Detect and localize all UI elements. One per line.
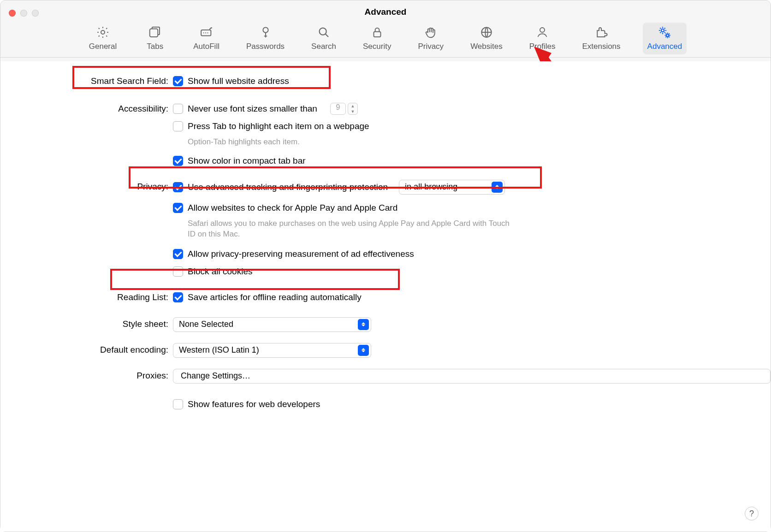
tab-label: Privacy bbox=[418, 42, 444, 51]
tab-label: Passwords bbox=[246, 42, 285, 51]
checkbox-label: Allow websites to check for Apple Pay an… bbox=[188, 203, 397, 213]
checkbox-ad-measure[interactable] bbox=[173, 249, 183, 259]
checkbox-save-offline[interactable] bbox=[173, 292, 183, 302]
content-area: Smart Search Field: Show full website ad… bbox=[0, 61, 771, 532]
tab-label: Tabs bbox=[147, 42, 163, 51]
tab-search[interactable]: Search bbox=[307, 23, 341, 54]
lock-icon bbox=[369, 24, 385, 40]
popup-style-sheet[interactable]: None Selected bbox=[173, 317, 371, 332]
tabs-icon bbox=[147, 24, 163, 40]
label-smart-search: Smart Search Field: bbox=[0, 74, 173, 86]
svg-point-0 bbox=[101, 30, 105, 34]
gears-icon bbox=[657, 24, 672, 40]
tab-privacy[interactable]: Privacy bbox=[413, 23, 448, 54]
checkbox-adv-tracking[interactable] bbox=[173, 182, 183, 192]
tab-label: General bbox=[89, 42, 117, 51]
label-privacy: Privacy: bbox=[0, 180, 173, 192]
tab-extensions[interactable]: Extensions bbox=[577, 23, 625, 54]
help-button[interactable]: ? bbox=[745, 507, 759, 520]
svg-rect-1 bbox=[150, 29, 158, 37]
min-font-stepper[interactable]: ▲▼ bbox=[348, 103, 358, 115]
tab-label: Security bbox=[363, 42, 391, 51]
tab-autofill[interactable]: AutoFill bbox=[189, 23, 224, 54]
popup-value: in all browsing bbox=[405, 182, 457, 192]
tab-label: AutoFill bbox=[193, 42, 219, 51]
checkbox-label: Show full website address bbox=[188, 76, 289, 86]
svg-point-3 bbox=[203, 32, 204, 33]
checkbox-label: Allow privacy-preserving measurement of … bbox=[188, 249, 414, 259]
svg-point-10 bbox=[540, 28, 545, 32]
svg-point-7 bbox=[320, 28, 326, 35]
tab-tabs[interactable]: Tabs bbox=[139, 23, 171, 54]
tab-label: Profiles bbox=[529, 42, 556, 51]
checkbox-apple-pay[interactable] bbox=[173, 203, 183, 213]
checkbox-min-font[interactable] bbox=[173, 104, 183, 114]
popup-value: Western (ISO Latin 1) bbox=[179, 345, 259, 355]
person-icon bbox=[534, 24, 550, 40]
chevron-updown-icon bbox=[492, 182, 503, 193]
tab-passwords[interactable]: Passwords bbox=[242, 23, 289, 54]
checkbox-label: Press Tab to highlight each item on a we… bbox=[188, 121, 369, 131]
popup-tracking-mode[interactable]: in all browsing bbox=[399, 180, 505, 195]
tab-label: Extensions bbox=[582, 42, 620, 51]
label-reading-list: Reading List: bbox=[0, 290, 173, 302]
chevron-updown-icon bbox=[358, 319, 369, 330]
help-text-apple-pay: Safari allows you to make purchases on t… bbox=[173, 219, 519, 240]
checkbox-label: Save articles for offline reading automa… bbox=[188, 292, 362, 302]
checkbox-label: Show features for web developers bbox=[188, 399, 320, 409]
label-accessibility: Accessibility: bbox=[0, 102, 173, 114]
window-title: Advanced bbox=[0, 7, 771, 17]
hand-icon bbox=[423, 24, 439, 40]
tab-profiles[interactable]: Profiles bbox=[525, 23, 560, 54]
chevron-updown-icon bbox=[358, 345, 369, 356]
gear-icon bbox=[95, 24, 111, 40]
tab-label: Search bbox=[311, 42, 336, 51]
tab-security[interactable]: Security bbox=[358, 23, 396, 54]
popup-value: None Selected bbox=[179, 319, 233, 329]
help-text-press-tab: Option-Tab highlights each item. bbox=[173, 137, 519, 148]
label-proxies: Proxies: bbox=[0, 369, 173, 381]
checkbox-label: Use advanced tracking and fingerprinting… bbox=[188, 182, 388, 192]
checkbox-block-cookies[interactable] bbox=[173, 266, 183, 277]
label-style-sheet: Style sheet: bbox=[0, 317, 173, 329]
checkbox-compact-color[interactable] bbox=[173, 156, 183, 166]
search-icon bbox=[316, 24, 332, 40]
tab-general[interactable]: General bbox=[84, 23, 121, 54]
key-icon bbox=[258, 24, 273, 40]
checkbox-press-tab[interactable] bbox=[173, 121, 183, 131]
globe-icon bbox=[479, 24, 494, 40]
checkbox-show-full-address[interactable] bbox=[173, 76, 183, 86]
label-default-encoding: Default encoding: bbox=[0, 343, 173, 355]
svg-point-4 bbox=[205, 32, 206, 33]
svg-rect-8 bbox=[374, 32, 380, 37]
tab-websites[interactable]: Websites bbox=[466, 23, 507, 54]
svg-point-6 bbox=[263, 27, 268, 32]
checkbox-dev-features[interactable] bbox=[173, 399, 183, 409]
preferences-toolbar: General Tabs AutoFill Passwords Search bbox=[0, 23, 771, 58]
svg-point-5 bbox=[207, 32, 208, 33]
autofill-icon bbox=[199, 24, 214, 40]
checkbox-label: Block all cookies bbox=[188, 266, 252, 277]
tab-advanced[interactable]: Advanced bbox=[643, 23, 687, 54]
preferences-window: Advanced General Tabs AutoFill Passwords bbox=[0, 0, 771, 532]
tab-label: Advanced bbox=[647, 42, 682, 51]
svg-point-11 bbox=[661, 29, 664, 32]
popup-default-encoding[interactable]: Western (ISO Latin 1) bbox=[173, 343, 371, 358]
svg-point-12 bbox=[666, 34, 669, 36]
button-change-settings[interactable]: Change Settings… bbox=[173, 369, 771, 384]
puzzle-icon bbox=[593, 24, 609, 40]
checkbox-label: Show color in compact tab bar bbox=[188, 156, 306, 166]
checkbox-label: Never use font sizes smaller than bbox=[188, 104, 317, 114]
min-font-value[interactable]: 9 bbox=[330, 103, 346, 115]
tab-label: Websites bbox=[470, 42, 503, 51]
